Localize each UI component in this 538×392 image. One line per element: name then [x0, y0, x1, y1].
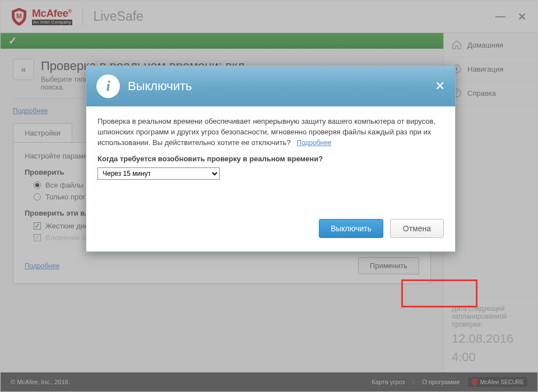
dialog-more-link[interactable]: Подробнее: [296, 139, 331, 147]
info-icon: i: [96, 74, 120, 98]
dialog-header: i Выключить ✕: [86, 66, 455, 106]
resume-time-select[interactable]: Через 15 минут: [98, 167, 220, 180]
app-window: M McAfee® An Intel Company LiveSafe — ✕ …: [0, 0, 538, 392]
confirm-disable-button[interactable]: Выключить: [319, 219, 383, 238]
cancel-button[interactable]: Отмена: [390, 219, 444, 238]
dialog-close-button[interactable]: ✕: [435, 79, 445, 94]
dialog-title: Выключить: [128, 79, 192, 94]
disable-dialog: i Выключить ✕ Проверка в реальном времен…: [86, 66, 456, 252]
dialog-body-text: Проверка в реальном времени обеспечивает…: [98, 117, 435, 147]
dialog-question: Когда требуется возобновить проверку в р…: [98, 154, 444, 165]
